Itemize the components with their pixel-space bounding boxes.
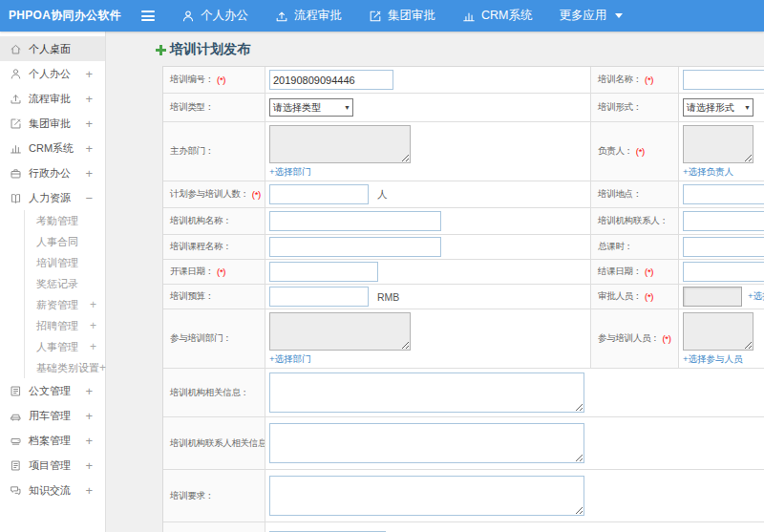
sidebar-item-label: 公文管理 <box>29 384 85 398</box>
chart-icon <box>10 142 22 155</box>
org-contact-info-textarea[interactable] <box>269 423 584 463</box>
approvers-link[interactable]: +选择审批人员 <box>748 290 764 303</box>
start-date-label-cell: 开课日期：(*) <box>163 260 265 284</box>
participating-departments-field-cell: +选择部门 <box>265 309 591 368</box>
sidebar-subitem-salary[interactable]: 薪资管理+ <box>25 294 105 315</box>
training-requirements-label-cell: 培训要求： <box>163 470 265 521</box>
topnav-item-more-apps[interactable]: 更多应用 <box>545 0 636 32</box>
host-department-group: +选择部门 <box>269 125 411 179</box>
attachment-label-cell: 附件文档： <box>163 522 265 532</box>
training-requirements-label: 培训要求： <box>170 490 214 502</box>
sidebar-item-personal-office[interactable]: 个人办公+ <box>0 61 105 86</box>
form-row: 培训机构联系人相关信息： <box>163 417 764 470</box>
org-contact-input[interactable] <box>683 211 764 231</box>
org-info-label: 培训机构相关信息： <box>170 387 249 399</box>
participating-people-link[interactable]: +选择参与人员 <box>683 353 753 366</box>
course-name-label: 培训课程名称： <box>170 241 231 253</box>
sidebar-item-knowledge[interactable]: 知识交流+ <box>0 478 105 502</box>
topbar: PHPOA协同办公软件 个人办公流程审批集团审批CRM系统更多应用 <box>0 0 764 32</box>
sidebar-item-crm[interactable]: CRM系统+ <box>0 136 105 160</box>
expand-plus-icon: + <box>85 92 105 106</box>
menu-icon[interactable] <box>134 0 162 32</box>
sidebar-item-label: 人力资源 <box>29 191 85 205</box>
sidebar-item-documents[interactable]: 公文管理+ <box>0 378 105 403</box>
top-nav: 个人办公流程审批集团审批CRM系统更多应用 <box>168 0 636 32</box>
participating-people-textarea[interactable] <box>683 312 753 351</box>
budget-unit-label: RMB <box>377 291 399 303</box>
sidebar-item-group-approval[interactable]: 集团审批+ <box>0 111 105 136</box>
total-hours-field-cell <box>679 235 764 259</box>
collapse-minus-icon: − <box>85 191 105 205</box>
topnav-item-personal-office[interactable]: 个人办公 <box>168 0 262 32</box>
share-icon <box>275 10 288 23</box>
org-info-textarea[interactable] <box>269 372 584 413</box>
topnav-item-workflow-approval[interactable]: 流程审批 <box>262 0 355 32</box>
expand-plus-icon: + <box>85 166 105 181</box>
training-no-input[interactable] <box>269 70 393 90</box>
sidebar-item-vehicle[interactable]: 用车管理+ <box>0 403 105 428</box>
sidebar-subitem-training[interactable]: 培训管理 <box>25 252 105 273</box>
start-date-input[interactable] <box>269 262 378 282</box>
participating-departments-link[interactable]: +选择部门 <box>269 353 411 366</box>
topnav-label: 流程审批 <box>294 8 342 24</box>
participating-departments-textarea[interactable] <box>269 312 411 351</box>
course-name-input[interactable] <box>269 237 441 257</box>
topnav-item-crm[interactable]: CRM系统 <box>449 0 545 32</box>
training-type-select[interactable]: 请选择类型▼ <box>269 98 353 117</box>
form-row: 附件文档：+附件上传 <box>163 522 764 532</box>
sidebar-item-desktop[interactable]: 个人桌面 <box>0 36 105 61</box>
end-date-label: 结课日期： <box>598 266 642 278</box>
sidebar-subitem-attendance[interactable]: 考勤管理 <box>25 210 105 231</box>
sidebar-item-label: 基础类别设置 <box>36 361 99 375</box>
person-in-charge-textarea[interactable] <box>683 125 753 163</box>
sidebar-item-label: 人事合同 <box>36 235 105 249</box>
training-form-select[interactable]: 请选择形式▼ <box>683 98 753 117</box>
budget-input[interactable] <box>269 287 369 307</box>
home-icon <box>10 43 22 55</box>
topnav-label: 集团审批 <box>388 8 435 24</box>
host-department-textarea[interactable] <box>269 125 411 163</box>
training-name-input[interactable] <box>683 70 764 90</box>
sidebar-subitem-recruitment[interactable]: 招聘管理+ <box>25 315 105 336</box>
person-in-charge-required-mark: (*) <box>636 146 645 157</box>
org-info-label-cell: 培训机构相关信息： <box>163 369 265 416</box>
person-in-charge-link[interactable]: +选择负责人 <box>683 166 753 179</box>
sidebar-item-projects[interactable]: 项目管理+ <box>0 453 105 478</box>
start-date-label: 开课日期： <box>170 266 214 278</box>
training-type-label-cell: 培训类型： <box>163 94 265 121</box>
training-name-required-mark: (*) <box>645 74 653 85</box>
training-no-field-cell <box>265 67 591 93</box>
sidebar-item-hr[interactable]: 人力资源− <box>0 185 105 210</box>
training-location-input[interactable] <box>683 184 764 204</box>
planned-participants-input[interactable] <box>269 184 369 204</box>
training-location-label: 培训地点： <box>598 188 642 201</box>
sidebar-subitem-hr-contract[interactable]: 人事合同 <box>25 231 105 252</box>
sidebar-item-workflow-approval[interactable]: 流程审批+ <box>0 86 105 111</box>
start-date-field-cell <box>265 260 591 284</box>
participating-people-group: +选择参与人员 <box>683 312 753 366</box>
expand-plus-icon: + <box>85 384 105 398</box>
total-hours-input[interactable] <box>683 237 764 257</box>
sidebar-item-archives[interactable]: 档案管理+ <box>0 428 105 453</box>
sidebar-item-label: 奖惩记录 <box>36 277 105 291</box>
sidebar-subitem-base-category[interactable]: 基础类别设置+ <box>25 357 105 378</box>
topnav-item-group-approval[interactable]: 集团审批 <box>355 0 449 32</box>
participating-people-label-cell: 参与培训人员：(*) <box>591 309 679 368</box>
end-date-input[interactable] <box>683 262 764 282</box>
sidebar-item-label: 个人桌面 <box>29 42 105 56</box>
sidebar-item-label: 个人办公 <box>29 67 85 81</box>
sidebar-item-admin-office[interactable]: 行政办公+ <box>0 160 105 185</box>
training-location-field-cell <box>679 181 764 207</box>
approvers-input[interactable] <box>683 287 742 307</box>
plus-icon <box>156 45 166 55</box>
org-name-input[interactable] <box>269 211 441 231</box>
sidebar-item-label: 行政办公 <box>29 166 85 181</box>
form-row: 开课日期：(*)结课日期：(*) <box>163 260 764 285</box>
training-requirements-textarea[interactable] <box>269 476 584 516</box>
sidebar-subitem-personnel[interactable]: 人事管理+ <box>25 336 105 357</box>
sidebar-item-label: 培训管理 <box>36 256 105 270</box>
host-department-link[interactable]: +选择部门 <box>269 166 411 179</box>
expand-plus-icon: + <box>90 340 105 353</box>
sidebar-subitem-rewards[interactable]: 奖惩记录 <box>25 273 105 294</box>
start-date-required-mark: (*) <box>217 266 225 277</box>
